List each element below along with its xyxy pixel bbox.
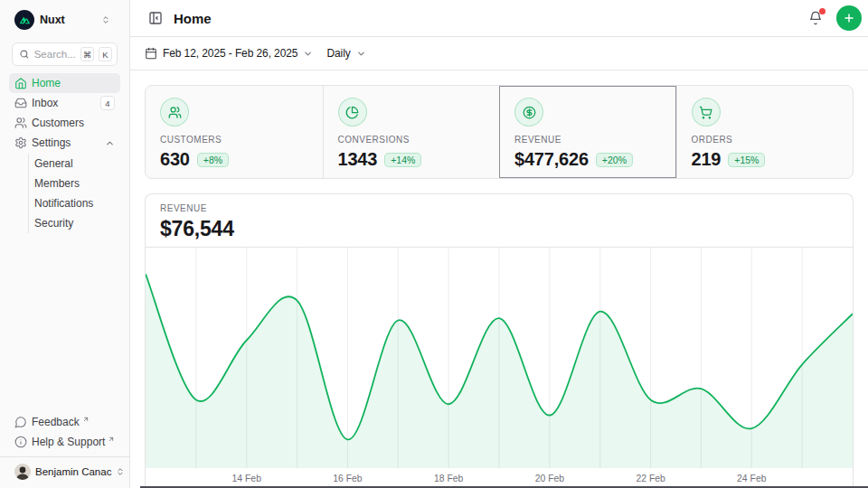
stats-row: CUSTOMERS 630 +8% CONVERSIONS 1343 +14% xyxy=(145,85,854,179)
stat-card-orders[interactable]: ORDERS 219 +15% xyxy=(676,86,854,178)
info-circle-icon xyxy=(14,436,27,448)
external-link-icon xyxy=(82,416,90,423)
sidebar-item-general[interactable]: General xyxy=(33,154,120,174)
notifications-button[interactable] xyxy=(805,7,826,29)
content: CUSTOMERS 630 +8% CONVERSIONS 1343 +14% xyxy=(130,70,868,488)
notification-dot xyxy=(819,8,826,14)
sidebar-footer: Feedback Help & Support Benjamin Canac xyxy=(0,412,129,483)
app: Nuxt Search... ⌘ K Home Inbox 4 Cust xyxy=(0,0,868,488)
users-icon xyxy=(160,98,189,127)
chart-label: REVENUE xyxy=(160,203,838,213)
workspace-switcher[interactable]: Nuxt xyxy=(0,7,129,33)
kbd-k: K xyxy=(99,47,112,61)
sidebar-item-settings[interactable]: Settings xyxy=(9,133,120,153)
chart-value: $76,544 xyxy=(160,217,838,241)
sidebar-item-feedback[interactable]: Feedback xyxy=(9,412,120,432)
workspace-name: Nuxt xyxy=(40,14,96,26)
dollar-circle-icon xyxy=(514,98,543,127)
calendar-icon xyxy=(145,47,157,60)
topbar: Home xyxy=(130,0,868,37)
delta-badge: +20% xyxy=(596,153,633,167)
delta-badge: +15% xyxy=(728,153,765,167)
cart-icon xyxy=(692,98,721,127)
add-button[interactable] xyxy=(836,5,862,31)
revenue-chart-card: REVENUE $76,544 14 Feb16 Feb18 Feb20 Feb… xyxy=(145,193,854,488)
inbox-icon xyxy=(14,97,27,109)
svg-text:14 Feb: 14 Feb xyxy=(232,474,262,483)
page-title: Home xyxy=(174,11,797,26)
search-input[interactable]: Search... ⌘ K xyxy=(12,42,118,66)
users-icon xyxy=(14,117,27,129)
search-icon xyxy=(19,49,30,60)
svg-text:20 Feb: 20 Feb xyxy=(535,474,565,483)
revenue-area-chart[interactable]: 14 Feb16 Feb18 Feb20 Feb22 Feb24 Feb xyxy=(146,248,853,488)
user-menu[interactable]: Benjamin Canac xyxy=(9,461,120,483)
plus-icon xyxy=(843,12,855,24)
home-icon xyxy=(14,77,27,89)
sidebar-item-help-support[interactable]: Help & Support xyxy=(9,432,120,452)
chevron-updown-icon xyxy=(116,467,125,476)
inbox-count-badge: 4 xyxy=(100,96,115,110)
sidebar-item-customers[interactable]: Customers xyxy=(9,113,120,133)
delta-badge: +14% xyxy=(384,153,421,167)
svg-text:16 Feb: 16 Feb xyxy=(333,474,363,483)
svg-text:22 Feb: 22 Feb xyxy=(636,474,665,483)
sidebar-item-notifications[interactable]: Notifications xyxy=(33,193,120,213)
external-link-icon xyxy=(108,436,115,443)
nuxt-logo-icon xyxy=(14,10,34,30)
svg-text:24 Feb: 24 Feb xyxy=(737,474,767,483)
chat-bubble-icon xyxy=(14,416,27,428)
settings-subnav: General Members Notifications Security xyxy=(28,154,120,233)
gear-icon xyxy=(14,136,27,149)
pie-chart-icon xyxy=(338,98,367,127)
date-range-picker[interactable]: Feb 12, 2025 - Feb 26, 2025 xyxy=(145,47,313,60)
filter-toolbar: Feb 12, 2025 - Feb 26, 2025 Daily xyxy=(130,37,868,70)
stat-card-customers[interactable]: CUSTOMERS 630 +8% xyxy=(146,86,323,178)
sidebar-nav: Home Inbox 4 Customers Settings General … xyxy=(9,73,120,234)
chevron-up-icon xyxy=(105,138,115,148)
sidebar-item-home[interactable]: Home xyxy=(9,73,120,93)
chevron-down-icon xyxy=(356,49,366,59)
avatar xyxy=(14,464,31,480)
svg-text:18 Feb: 18 Feb xyxy=(434,474,464,483)
panel-left-icon xyxy=(148,11,163,25)
search-placeholder: Search... xyxy=(34,49,76,60)
delta-badge: +8% xyxy=(197,153,229,167)
chevron-updown-icon xyxy=(101,15,110,24)
sidebar-item-members[interactable]: Members xyxy=(33,174,120,193)
sidebar-item-inbox[interactable]: Inbox 4 xyxy=(9,93,120,113)
kbd-cmd: ⌘ xyxy=(80,47,94,61)
granularity-select[interactable]: Daily xyxy=(326,47,365,60)
chevron-down-icon xyxy=(303,49,313,59)
main: Home Feb 12, 2025 - Feb 26, 2025 Daily xyxy=(130,0,868,488)
stat-card-revenue[interactable]: REVENUE $477,626 +20% xyxy=(499,86,676,178)
sidebar: Nuxt Search... ⌘ K Home Inbox 4 Cust xyxy=(0,0,130,488)
sidebar-item-security[interactable]: Security xyxy=(33,213,120,233)
collapse-sidebar-button[interactable] xyxy=(145,7,166,29)
chart-header: REVENUE $76,544 xyxy=(146,194,853,248)
stat-card-conversions[interactable]: CONVERSIONS 1343 +14% xyxy=(323,86,500,178)
